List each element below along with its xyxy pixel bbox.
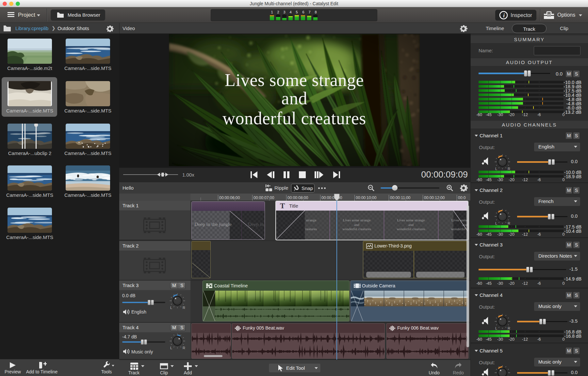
svg-text:Lives some strange: Lives some strange: [225, 70, 364, 90]
svg-text:i: i: [503, 12, 505, 19]
svg-text:and: and: [281, 89, 307, 108]
svg-text:wonderful creatures: wonderful creatures: [222, 109, 366, 128]
